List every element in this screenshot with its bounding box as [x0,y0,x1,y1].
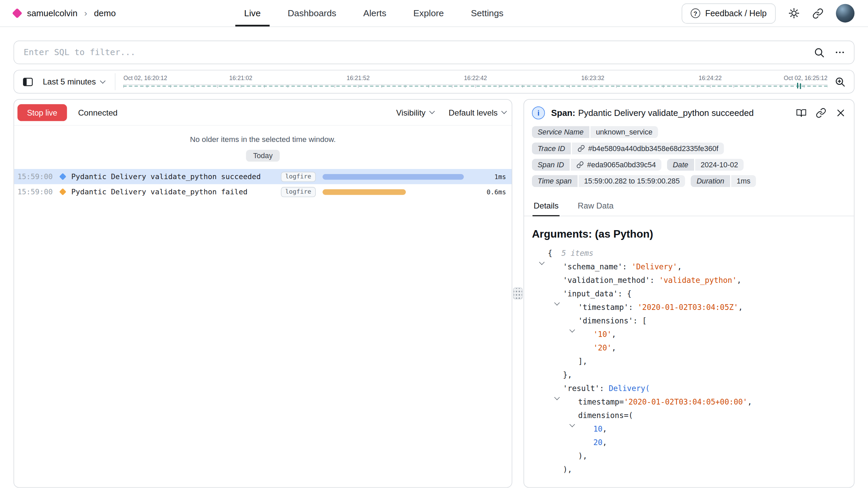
attribute-value: unknown_service [590,126,658,138]
share-link-button[interactable] [812,8,823,19]
panel-resize-handle[interactable] [512,99,524,488]
timeline-tick-label: 16:22:42 [464,74,487,81]
main-split: Stop live Connected Visibility Default l… [14,99,854,488]
default-levels-dropdown[interactable]: Default levels [449,108,506,117]
code-segment: '2020-01-02T03:04:05Z' [638,302,738,312]
time-range-label: Last 5 minutes [43,77,96,86]
copy-link-button[interactable] [816,107,826,118]
nav-tab-settings[interactable]: Settings [462,0,513,26]
log-row-time: 15:59:00 [18,188,53,196]
scope-tag[interactable]: logfire [281,187,316,197]
attribute-label: Time span [532,175,577,187]
code-segment: , [612,343,616,352]
zoom-in-icon [834,76,846,88]
attribute-chip-row: Trace ID#b4e5809a440dbb3458e68d2335fe360… [532,143,846,154]
sun-icon [788,7,800,19]
close-panel-button[interactable] [835,107,846,118]
tab-raw-data[interactable]: Raw Data [577,197,615,216]
code-segment: '10' [593,330,612,339]
scope-tag[interactable]: logfire [281,172,316,182]
span-diamond-icon [59,173,66,180]
default-levels-label: Default levels [449,108,497,117]
timeline-labels: Oct 02, 16:20:1216:21:0216:21:5216:22:42… [124,74,827,83]
attribute-value[interactable]: #b4e5809a440dbb3458e68d2335fe360f [572,143,724,154]
link-icon [577,161,584,169]
code-segment: : [650,275,659,285]
attribute-value-text: unknown_service [596,128,652,136]
ellipsis-icon [834,47,845,58]
code-segment: 5 items [561,248,593,258]
log-row[interactable]: 15:59:00Pydantic Delivery validate_pytho… [14,169,512,184]
span-title: Span:Pydantic Delivery validate_python s… [551,108,790,118]
feedback-help-button[interactable]: ? Feedback / Help [682,3,776,23]
feedback-help-label: Feedback / Help [705,8,767,18]
span-panel-header: i Span:Pydantic Delivery validate_python… [524,100,854,124]
theme-toggle-button[interactable] [788,7,800,19]
nav-tab-dashboards[interactable]: Dashboards [279,0,345,26]
search-button[interactable] [813,47,825,58]
code-segment: : [629,302,638,312]
timeline-span-marker [797,83,798,89]
duration-bar [323,189,406,195]
code-segment: 'timestamp' [578,302,629,312]
attribute-chip: Duration1ms [691,175,756,187]
span-detail-content[interactable]: Arguments: (as Python) { 5 items'schema_… [524,216,854,487]
tree-line: 'schema_name': 'Delivery', [532,260,846,273]
stop-live-button[interactable]: Stop live [18,104,67,121]
nav-tab-alerts[interactable]: Alerts [354,0,395,26]
attribute-chip-row: Span ID#eda9065a0bd39c54Date2024-10-02 [532,159,846,171]
tree-line: '20', [532,341,846,354]
arguments-tree: { 5 items'schema_name': 'Delivery','vali… [532,246,846,476]
attribute-chip-row: Time span15:59:00.282 to 15:59:00.285Dur… [532,175,846,187]
nav-tab-explore[interactable]: Explore [404,0,453,26]
attribute-value-text: #b4e5809a440dbb3458e68d2335fe360f [588,144,718,153]
timeline[interactable]: Oct 02, 16:20:1216:21:0216:21:5216:22:42… [124,70,827,93]
sidebar-toggle-button[interactable] [22,76,34,88]
day-divider-chip[interactable]: Today [246,150,280,162]
nav-tab-live[interactable]: Live [235,0,270,26]
breadcrumb-org[interactable]: samuelcolvin [27,8,77,18]
timeline-tick-label: 16:23:32 [581,74,604,81]
code-segment: Delivery( [609,384,650,393]
tree-line: 'dimensions': [ [532,314,846,327]
log-row[interactable]: 15:59:00Pydantic Delivery validate_pytho… [14,184,512,199]
code-segment: 'validate_python' [659,275,737,285]
code-segment: , [677,262,682,271]
breadcrumb: samuelcolvin › demo [14,8,116,18]
sidebar-toggle-icon [22,76,34,88]
tree-line: ), [532,449,846,462]
sql-filter-input[interactable] [23,47,805,58]
visibility-dropdown[interactable]: Visibility [396,108,434,117]
code-segment: timestamp= [578,397,624,406]
zoom-in-button[interactable] [834,76,846,88]
attribute-label: Span ID [532,159,570,171]
nav-links: LiveDashboardsAlertsExploreSettings [235,0,512,26]
info-icon: i [532,106,545,119]
open-docs-button[interactable] [796,107,807,118]
attribute-label: Duration [691,175,730,187]
code-segment: 'input_data' [563,289,618,298]
duration-bar-track [323,174,475,179]
code-segment: { [548,248,562,258]
code-segment: }, [563,370,572,379]
breadcrumb-project[interactable]: demo [94,8,116,18]
more-options-button[interactable] [834,47,845,58]
code-segment: : [599,384,609,393]
log-row-message: Pydantic Delivery validate_python failed [71,188,281,196]
logfire-logo-icon[interactable] [12,8,23,19]
tree-line: dimensions=( [532,408,846,422]
tree-line: '10', [532,327,846,341]
code-segment: , [603,424,607,433]
attribute-value: 2024-10-02 [695,159,744,171]
attribute-value-text: 2024-10-02 [700,161,738,169]
time-range-select[interactable]: Last 5 minutes [41,77,107,86]
user-avatar[interactable] [836,4,854,23]
timeline-tick-label: 16:21:52 [347,74,369,81]
code-segment: ), [563,465,572,474]
attribute-value[interactable]: #eda9065a0bd39c54 [571,159,662,171]
tree-line: 10, [532,422,846,435]
tab-details[interactable]: Details [533,197,560,216]
code-segment: : [ [633,316,647,325]
breadcrumb-chevron-icon: › [84,8,87,18]
tree-line: }, [532,368,846,381]
